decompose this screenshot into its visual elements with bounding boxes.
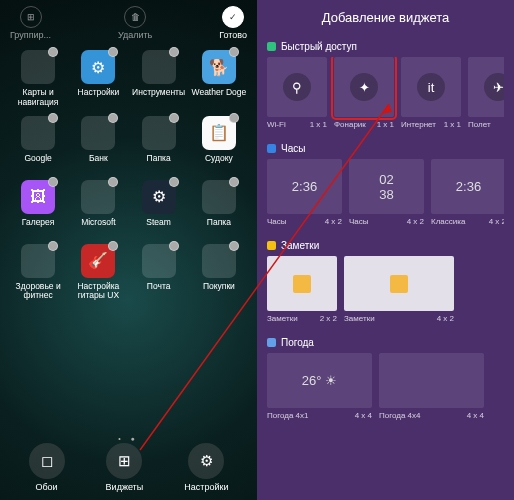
widget-picker-panel: Добавление виджета Быстрый доступ⚲Wi-Fi1… — [257, 0, 514, 500]
app-label: Почта — [147, 282, 171, 300]
app-label: Здоровье и фитнес — [10, 282, 66, 302]
widget-tile[interactable]: 02 38Часы4 x 2 — [349, 159, 424, 226]
app-label: Google — [24, 154, 51, 172]
app-label: Microsoft — [81, 218, 115, 236]
app-icon[interactable]: Банк — [70, 116, 126, 172]
app-icon[interactable]: 🖼Галерея — [10, 180, 66, 236]
widget-tile[interactable]: 2:36Классика4 x 2 — [431, 159, 504, 226]
app-icon[interactable]: ⚙Настройки — [70, 50, 126, 108]
widget-tile[interactable]: ✈Полет1 x 1 — [468, 57, 504, 129]
app-icon[interactable]: Папка — [131, 116, 187, 172]
launcher-tabs: ◻Обои⊞Виджеты⚙Настройки — [0, 443, 257, 492]
widget-sections: Быстрый доступ⚲Wi-Fi1 x 1✦Фонарик1 x 1it… — [257, 33, 514, 426]
app-label: Инструменты — [132, 88, 185, 106]
app-label: Steam — [146, 218, 171, 236]
app-icon[interactable]: Почта — [131, 244, 187, 302]
launcher-tab[interactable]: ⊞Виджеты — [106, 443, 144, 492]
widget-picker-title: Добавление виджета — [257, 0, 514, 33]
section-header: Погода — [267, 337, 504, 348]
widget-tile[interactable]: 26° ☀Погода 4x14 x 4 — [267, 353, 372, 420]
app-icon[interactable]: Покупки — [191, 244, 247, 302]
section-header: Заметки — [267, 240, 504, 251]
app-icon[interactable]: Карты и навигация — [10, 50, 66, 108]
app-icon[interactable]: Папка — [191, 180, 247, 236]
app-label: Галерея — [22, 218, 55, 236]
app-label: Настройки — [78, 88, 120, 106]
section-header: Часы — [267, 143, 504, 154]
app-label: Папка — [207, 218, 231, 236]
delete-button[interactable]: 🗑Удалить — [118, 6, 152, 40]
section-header: Быстрый доступ — [267, 41, 504, 52]
widget-tile[interactable]: Заметки2 x 2 — [267, 256, 337, 323]
app-icon[interactable]: ⚙Steam — [131, 180, 187, 236]
group-button[interactable]: ⊞Группир... — [10, 6, 51, 40]
app-icon[interactable]: Microsoft — [70, 180, 126, 236]
app-icon[interactable]: 🐕Weather Doge — [191, 50, 247, 108]
app-label: Настройка гитары UX — [70, 282, 126, 302]
app-label: Банк — [89, 154, 108, 172]
launcher-tab[interactable]: ◻Обои — [29, 443, 65, 492]
launcher-screen: ⊞Группир... 🗑Удалить ✓Готово Карты и нав… — [0, 0, 257, 500]
widget-tile[interactable]: Заметки4 x 2 — [344, 256, 454, 323]
app-label: Weather Doge — [192, 88, 247, 106]
widget-tile[interactable]: Погода 4x44 x 4 — [379, 353, 484, 420]
done-button[interactable]: ✓Готово — [219, 6, 247, 40]
widget-tile[interactable]: itИнтернет1 x 1 — [401, 57, 461, 129]
app-label: Покупки — [203, 282, 235, 300]
app-grid: Карты и навигация⚙НастройкиИнструменты🐕W… — [0, 46, 257, 305]
widget-tile[interactable]: ⚲Wi-Fi1 x 1 — [267, 57, 327, 129]
app-icon[interactable]: Инструменты — [131, 50, 187, 108]
app-icon[interactable]: 🎸Настройка гитары UX — [70, 244, 126, 302]
app-label: Папка — [147, 154, 171, 172]
app-icon[interactable]: 📋Судоку — [191, 116, 247, 172]
app-label: Карты и навигация — [10, 88, 66, 108]
widget-tile[interactable]: 2:36Часы4 x 2 — [267, 159, 342, 226]
launcher-tab[interactable]: ⚙Настройки — [184, 443, 228, 492]
app-icon[interactable]: Здоровье и фитнес — [10, 244, 66, 302]
app-icon[interactable]: Google — [10, 116, 66, 172]
top-toolbar: ⊞Группир... 🗑Удалить ✓Готово — [0, 0, 257, 46]
page-indicator: • ● — [0, 435, 257, 442]
widget-tile[interactable]: ✦Фонарик1 x 1 — [334, 57, 394, 129]
app-label: Судоку — [205, 154, 233, 172]
